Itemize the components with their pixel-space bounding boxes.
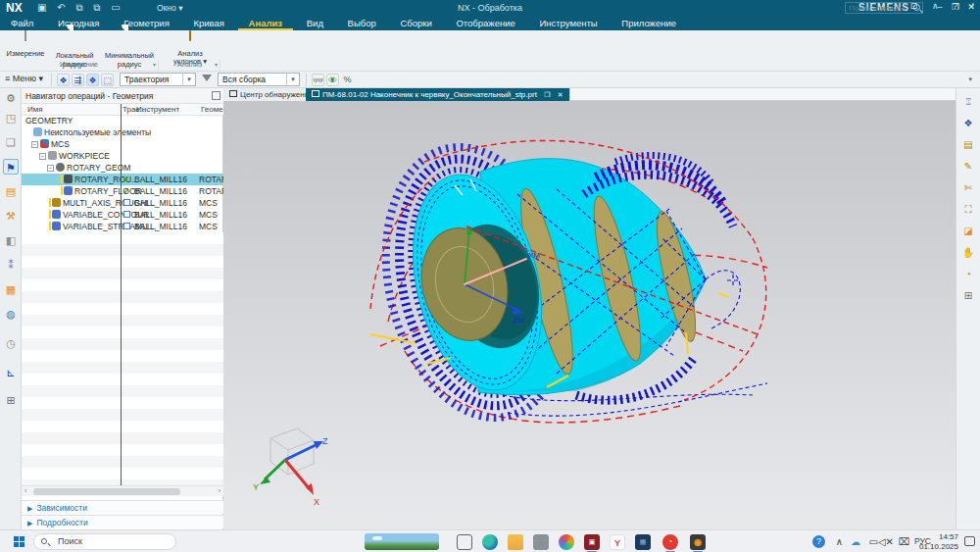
app-grid-icon[interactable]: ▦ [635, 534, 651, 550]
close-tab-icon[interactable]: ✕ [558, 91, 564, 98]
slope-analysis-button[interactable]: Анализ уклонов ▾ [165, 32, 216, 60]
app-red-icon[interactable]: ▣ [584, 534, 600, 550]
orient-view-icon[interactable]: ❖ [960, 116, 976, 130]
tab-render[interactable]: Отображение [445, 17, 525, 30]
snapshot-icon[interactable]: ⊞ [960, 288, 976, 303]
tab-curve[interactable]: Кривая [182, 17, 235, 30]
clock[interactable]: 14:57 01.10.2025 [913, 532, 958, 551]
details-section[interactable]: ▶Подробности [22, 515, 223, 528]
local-radius-button[interactable]: Локальный радиус [49, 32, 100, 60]
horizontal-scrollbar[interactable]: ‹ › [22, 485, 223, 496]
graphics-viewport[interactable]: XM ZM Z X Y [223, 101, 956, 529]
assembly-navigator-icon[interactable]: ❏ [3, 134, 19, 150]
app-orange-icon[interactable]: ◉ [690, 534, 706, 550]
tree-row-variable-contour[interactable]: VARIABLE_CONTOUR BALL_MILL16 MCS [22, 209, 223, 221]
tree-row-rotary-geom[interactable]: −ROTARY_GEOM [22, 162, 223, 174]
app-y-icon[interactable]: Y [610, 534, 625, 550]
tab-selection[interactable]: Выбор [337, 17, 387, 30]
tree-row-variable-streamline[interactable]: VARIABLE_STREAMLI... BALL_MILL16 MCS [22, 221, 223, 232]
selection-filter-icon-4[interactable]: ⬚ [101, 74, 114, 86]
tab-file[interactable]: Файл [0, 17, 44, 30]
panel-maximize-icon[interactable] [212, 91, 220, 100]
view-triad[interactable]: Z X Y [253, 428, 328, 507]
notification-center-icon[interactable] [964, 536, 975, 546]
scroll-right-arrow[interactable]: › [219, 487, 220, 494]
tab-assemblies[interactable]: Сборки [389, 17, 442, 30]
widgets-button[interactable] [365, 533, 439, 550]
tree-row-mcs[interactable]: −MCS [22, 138, 223, 150]
part-navigator-icon[interactable]: ◳ [3, 110, 19, 125]
layer-settings-icon[interactable]: ⑄ [960, 94, 976, 109]
quick-access-toolbar[interactable]: ▣ ↶ ⧉ ⧉ ▭ [37, 2, 124, 14]
nx-launcher-icon[interactable]: ◔ [662, 534, 678, 550]
edge-icon[interactable] [482, 534, 498, 550]
ungenerated-checkbox[interactable] [123, 223, 130, 229]
render-style-icon[interactable]: ◪ [960, 224, 976, 238]
machine-tool-navigator-icon[interactable]: ▤ [3, 183, 19, 199]
tray-expand-icon[interactable]: ∧ [836, 530, 843, 552]
min-radius-button[interactable]: Минимальный радиус [102, 32, 157, 60]
gear-icon[interactable]: ⚙ [3, 90, 19, 106]
help-icons[interactable]: ⊡ ∧ ? ! [910, 1, 980, 11]
tab-home[interactable]: Исходная [47, 17, 111, 30]
tree-row-geometry[interactable]: GEOMETRY [22, 115, 223, 126]
collapse-icon[interactable]: − [47, 165, 54, 172]
show-paths-icon[interactable]: 👓 [312, 74, 324, 86]
tree-row-rotary-rough[interactable]: ROTARY_ROU... ✓ BALL_MILL16 ROTARY [22, 174, 223, 185]
timer-icon[interactable]: ◔ [960, 267, 976, 281]
volume-muted-icon[interactable]: ◁✕ [878, 530, 894, 552]
process-assistant-icon[interactable]: ◧ [3, 232, 19, 248]
cad-model-canvas[interactable]: XM ZM Z X Y [223, 101, 956, 529]
selection-filter-icon-3[interactable]: ❖ [86, 74, 99, 86]
tab-application[interactable]: Приложение [611, 17, 687, 30]
battery-icon[interactable]: ▭ [869, 530, 878, 552]
scope-combo[interactable]: Вся сборка▾ [218, 73, 300, 86]
fit-view-icon[interactable]: ⛶ [960, 202, 976, 217]
collapse-icon[interactable]: − [39, 153, 46, 160]
window-menu[interactable]: Окно ▾ [157, 3, 182, 13]
clip-section-icon[interactable]: ✄ [960, 180, 976, 195]
filter-funnel-icon[interactable] [202, 75, 212, 81]
selection-filter-icon-1[interactable]: ❖ [57, 74, 70, 86]
tab-analysis[interactable]: Анализ [238, 17, 293, 30]
web-browser-icon[interactable]: ◍ [3, 306, 19, 322]
tree-row-rotary-floor[interactable]: ROTARY_FLOOR ✓ BALL_MILL16 ROTARY [22, 185, 223, 197]
tree-row-unused[interactable]: Неиспользуемые элементы [22, 126, 223, 138]
ungenerated-checkbox[interactable] [123, 199, 130, 206]
display-mode-icon[interactable]: ▤ [960, 137, 976, 152]
operation-navigator-icon[interactable]: ⚑ [3, 159, 19, 175]
tool-library-icon[interactable]: ⚒ [3, 208, 19, 224]
taskbar-search[interactable]: Поиск [33, 533, 176, 550]
scroll-left-arrow[interactable]: ‹ [24, 487, 26, 494]
measure-button[interactable]: Измерение [4, 32, 47, 60]
group-dialog-arrow[interactable]: ▾ [215, 61, 218, 68]
edit-section-icon[interactable]: ✎ [960, 159, 976, 174]
group-dialog-arrow[interactable]: ▾ [153, 61, 156, 68]
calculator-icon[interactable] [533, 534, 549, 550]
visibility-icon[interactable]: ✋ [960, 245, 976, 260]
tree-row-workpiece[interactable]: −WORKPIECE [22, 150, 223, 162]
network-icon[interactable]: ⌧ [898, 530, 909, 552]
build-manager-icon[interactable]: ⊾ [3, 365, 19, 380]
history-icon[interactable]: ◷ [3, 335, 19, 351]
task-view-button[interactable] [457, 534, 472, 550]
ungenerated-checkbox[interactable] [123, 211, 130, 218]
toolbar-overflow[interactable]: ▾ [968, 75, 972, 83]
file-explorer-icon[interactable] [508, 534, 523, 550]
tab-tools[interactable]: Инструменты [528, 17, 608, 30]
scrollbar-thumb[interactable] [33, 488, 180, 495]
help-icon[interactable]: ? [812, 535, 825, 548]
menu-button[interactable]: ≡ Меню ▾ [5, 74, 43, 83]
collapse-icon[interactable]: − [31, 141, 38, 148]
templates-icon[interactable]: ⊞ [3, 392, 19, 408]
start-button[interactable] [14, 536, 24, 547]
hide-icon[interactable]: % [341, 74, 354, 86]
selection-filter-icon-2[interactable]: ⇶ [72, 74, 84, 86]
collision-check-icon[interactable]: ⁑ [3, 257, 19, 273]
show-tool-icon[interactable]: 👁 [326, 74, 339, 86]
photos-icon[interactable] [559, 534, 574, 550]
column-splitter[interactable] [121, 104, 122, 485]
tab-part-document[interactable]: ПМ-68.01-02 Наконечник к червяку_Окончат… [306, 88, 570, 101]
path-filter-combo[interactable]: Траектория▾ [120, 73, 196, 86]
tab-view[interactable]: Вид [296, 17, 334, 30]
